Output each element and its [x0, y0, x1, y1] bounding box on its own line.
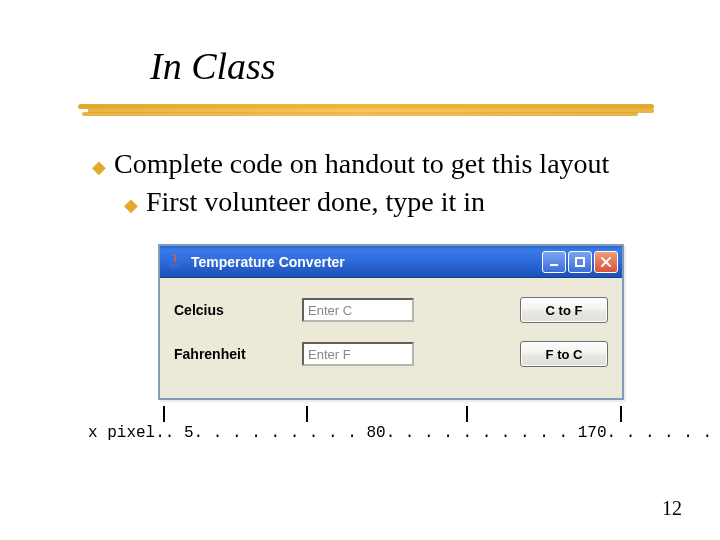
input-fahrenheit[interactable]: Enter F	[302, 342, 414, 366]
window-body: Celcius Enter C C to F Fahrenheit Enter …	[160, 278, 622, 386]
close-button[interactable]	[594, 251, 618, 273]
pixel-ticks	[158, 406, 624, 424]
titlebar: Temperature Converter	[160, 246, 622, 278]
bullet-icon: ◆	[92, 156, 106, 178]
maximize-button[interactable]	[568, 251, 592, 273]
bullet-list: ◆ Complete code on handout to get this l…	[92, 148, 609, 218]
row-fahrenheit: Fahrenheit Enter F F to C	[172, 332, 610, 376]
label-celsius: Celcius	[172, 302, 284, 318]
tick-80	[306, 406, 308, 422]
slide-title: In Class	[150, 44, 276, 88]
tick-270	[620, 406, 622, 422]
java-icon	[166, 253, 184, 271]
bullet-1-text: Complete code on handout to get this lay…	[114, 148, 609, 180]
page-number: 12	[662, 497, 682, 520]
input-celsius[interactable]: Enter C	[302, 298, 414, 322]
tick-170	[466, 406, 468, 422]
button-f-to-c[interactable]: F to C	[520, 341, 608, 367]
bullet-icon: ◆	[124, 194, 138, 216]
svg-point-1	[170, 263, 179, 265]
window-title: Temperature Converter	[191, 254, 540, 270]
divider	[78, 104, 654, 116]
row-celsius: Celcius Enter C C to F	[172, 288, 610, 332]
tick-5	[163, 406, 165, 422]
bullet-2-text: First volunteer done, type it in	[146, 186, 485, 218]
pixel-ruler-label: x pixel.. 5. . . . . . . . . 80. . . . .…	[88, 424, 720, 442]
svg-rect-2	[550, 264, 558, 266]
bullet-1: ◆ Complete code on handout to get this l…	[92, 148, 609, 180]
minimize-button[interactable]	[542, 251, 566, 273]
slide: In Class ◆ Complete code on handout to g…	[0, 0, 720, 540]
bullet-2: ◆ First volunteer done, type it in	[124, 186, 609, 218]
svg-rect-3	[576, 258, 584, 266]
button-c-to-f[interactable]: C to F	[520, 297, 608, 323]
label-fahrenheit: Fahrenheit	[172, 346, 284, 362]
app-window: Temperature Converter Celcius Enter C C …	[158, 244, 624, 400]
